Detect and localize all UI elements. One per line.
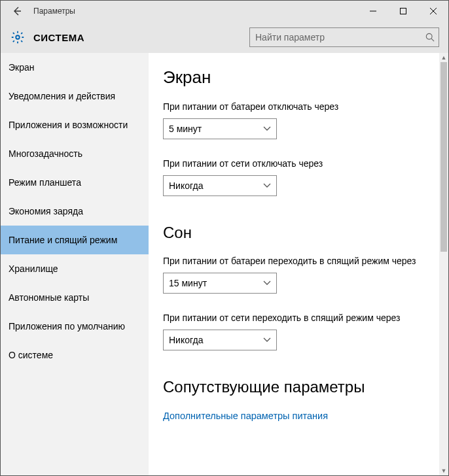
sidebar-item[interactable]: Экономия заряда bbox=[1, 197, 149, 226]
back-button[interactable] bbox=[3, 1, 31, 22]
search-icon bbox=[425, 33, 435, 42]
screen-battery-label: При питании от батареи отключать через bbox=[163, 101, 433, 113]
sidebar-item[interactable]: Режим планшета bbox=[1, 168, 149, 197]
chevron-down-icon bbox=[263, 126, 271, 131]
sidebar-item[interactable]: Экран bbox=[1, 53, 149, 82]
sleep-plugged-label: При питании от сети переходить в спящий … bbox=[163, 312, 433, 324]
related-heading: Сопутствующие параметры bbox=[163, 378, 433, 396]
content-pane: Экран При питании от батареи отключать ч… bbox=[149, 53, 448, 475]
sidebar-item[interactable]: О системе bbox=[1, 341, 149, 369]
sidebar-item[interactable]: Питание и спящий режим bbox=[1, 226, 149, 254]
screen-plugged-select[interactable]: Никогда bbox=[163, 175, 277, 196]
gear-icon bbox=[9, 28, 27, 46]
sidebar-item[interactable]: Хранилище bbox=[1, 254, 149, 283]
svg-rect-0 bbox=[401, 8, 406, 14]
sidebar-item[interactable]: Приложения и возможности bbox=[1, 110, 149, 139]
sleep-heading: Сон bbox=[163, 224, 433, 242]
svg-point-1 bbox=[16, 35, 20, 39]
search-box[interactable] bbox=[249, 27, 439, 47]
scroll-up-icon[interactable]: ▲ bbox=[439, 53, 448, 62]
sidebar-item[interactable]: Уведомления и действия bbox=[1, 82, 149, 110]
sleep-plugged-value: Никогда bbox=[169, 335, 203, 345]
maximize-icon bbox=[400, 8, 406, 14]
close-icon bbox=[430, 8, 437, 14]
sidebar-item[interactable]: Многозадачность bbox=[1, 139, 149, 168]
minimize-button[interactable] bbox=[358, 1, 388, 22]
screen-battery-select[interactable]: 5 минут bbox=[163, 118, 277, 139]
scrollbar-thumb[interactable] bbox=[440, 62, 447, 252]
sleep-plugged-select[interactable]: Никогда bbox=[163, 330, 277, 350]
screen-battery-value: 5 минут bbox=[169, 124, 202, 134]
maximize-button[interactable] bbox=[388, 1, 418, 22]
scrollbar[interactable]: ▲ ▼ bbox=[439, 53, 448, 475]
chevron-down-icon bbox=[263, 337, 271, 343]
sidebar-item[interactable]: Автономные карты bbox=[1, 283, 149, 312]
chevron-down-icon bbox=[263, 280, 271, 286]
sleep-battery-value: 15 минут bbox=[169, 278, 207, 288]
header: СИСТЕМА bbox=[1, 22, 448, 53]
sleep-battery-select[interactable]: 15 минут bbox=[163, 273, 277, 294]
titlebar: Параметры bbox=[1, 1, 448, 22]
screen-plugged-label: При питании от сети отключать через bbox=[163, 158, 433, 170]
advanced-power-link[interactable]: Дополнительные параметры питания bbox=[163, 411, 328, 421]
svg-point-2 bbox=[426, 33, 432, 39]
sidebar: ЭкранУведомления и действияПриложения и … bbox=[1, 53, 149, 475]
screen-heading: Экран bbox=[163, 67, 433, 88]
sidebar-item[interactable]: Приложения по умолчанию bbox=[1, 312, 149, 341]
close-button[interactable] bbox=[418, 1, 448, 22]
search-input[interactable] bbox=[255, 32, 425, 42]
sleep-battery-label: При питании от батареи переходить в спящ… bbox=[163, 255, 433, 267]
minimize-icon bbox=[370, 8, 376, 14]
window-title: Параметры bbox=[33, 7, 75, 16]
section-title: СИСТЕМА bbox=[33, 32, 84, 43]
screen-plugged-value: Никогда bbox=[169, 180, 203, 191]
chevron-down-icon bbox=[263, 183, 271, 188]
arrow-left-icon bbox=[12, 6, 22, 16]
scroll-down-icon[interactable]: ▼ bbox=[439, 466, 448, 475]
